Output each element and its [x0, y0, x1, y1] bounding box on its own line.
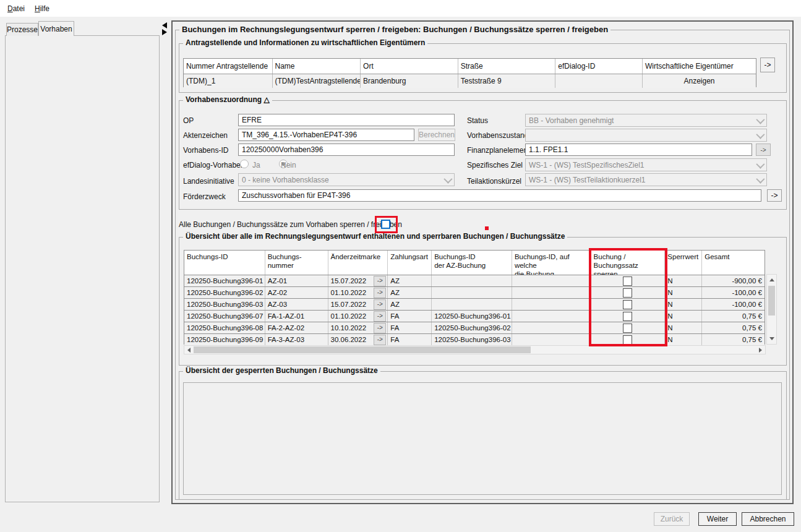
tab-prozesse[interactable]: Prozesse: [6, 23, 38, 36]
date-arrow-button[interactable]: ->: [374, 299, 386, 310]
assignment-group-title: Vorhabenszuordnung △: [183, 95, 272, 104]
table-row[interactable]: 120250-Buchung396-07FA-1-AZ-0101.10.2022…: [184, 311, 765, 322]
table-row[interactable]: 120250-Buchung396-03AZ-0315.07.2022->AZN…: [184, 299, 765, 311]
table-row[interactable]: 120250-Buchung396-02AZ-0201.10.2022->AZN…: [184, 287, 765, 299]
table-row[interactable]: 120250-Buchung396-01AZ-0115.07.2022->AZN…: [184, 275, 765, 287]
splitter-collapse-icon[interactable]: [162, 22, 167, 28]
column-header[interactable]: Buchungs-ID: [184, 251, 265, 275]
date-value: 15.07.2022: [331, 299, 367, 310]
menu-hilfe[interactable]: Hilfe: [30, 2, 54, 15]
date-arrow-button[interactable]: ->: [374, 276, 386, 286]
chevron-down-icon: [756, 174, 765, 183]
vorhabens-id-input[interactable]: 120250000Vorhaben396: [238, 144, 455, 156]
cell-date: 30.06.2022->: [328, 334, 388, 345]
tab-vorhaben[interactable]: Vorhaben: [38, 21, 74, 36]
vertical-scroll-thumb[interactable]: [768, 286, 775, 315]
cell-art: AZ: [388, 299, 432, 310]
cell-az_id: [432, 275, 512, 286]
applicants-row: (TDM)_1 (TDM)TestAntragstellende1 Brande…: [184, 74, 756, 88]
cell-sperrwert: N: [665, 322, 702, 333]
tab-vorhaben-label: Vorhaben: [40, 25, 72, 33]
table-row[interactable]: 120250-Buchung396-08FA-2-AZ-0210.10.2022…: [184, 322, 765, 334]
finanzplanelement-input[interactable]: 1.1. FPE1.1: [525, 144, 752, 156]
cell-gesamt: -100,00 €: [702, 299, 765, 310]
cell-ref_id: [512, 311, 591, 322]
cell-art: FA: [388, 322, 432, 333]
column-header[interactable]: Änderzeitmarke: [328, 251, 388, 275]
vorhabenszustand-select: [525, 129, 767, 142]
chevron-down-icon: [443, 174, 452, 183]
next-button[interactable]: Weiter: [698, 512, 737, 526]
vorhabens-id-label: Vorhabens-ID: [183, 146, 228, 155]
cancel-button[interactable]: Abbrechen: [742, 512, 794, 526]
splitter-expand-icon[interactable]: [162, 29, 167, 35]
cell-id: 120250-Buchung396-09: [184, 334, 265, 345]
date-arrow-button[interactable]: ->: [374, 288, 386, 298]
foerderzweck-arrow-button[interactable]: ->: [767, 189, 782, 202]
cell-date: 01.10.2022->: [328, 311, 388, 322]
scroll-up-icon[interactable]: [769, 278, 774, 281]
foerderzweck-label: Förderzweck: [183, 192, 226, 201]
cell-az_id: 120250-Buchung396-01: [432, 311, 512, 322]
cell-id: 120250-Buchung396-08: [184, 322, 265, 333]
cell-ref_id: [512, 287, 591, 298]
cell-nr: FA-2-AZ-02: [265, 322, 328, 333]
cell-nummer: (TDM)_1: [184, 74, 273, 88]
aktenzeichen-label: Aktenzeichen: [183, 131, 228, 140]
cell-az_id: [432, 299, 512, 310]
applicants-header-row: Nummer Antragstellende Name Ort Straße e…: [184, 59, 756, 74]
spezifisches-ziel-select: WS-1 - (WS) TestSpezifischesZiel1: [525, 158, 767, 171]
date-arrow-button[interactable]: ->: [374, 323, 386, 333]
aktenzeichen-input[interactable]: TM_396_4.15.-VorhabenEP4T-396: [238, 129, 414, 141]
column-header[interactable]: Zahlungsart: [388, 251, 432, 275]
column-header-strasse[interactable]: Straße: [458, 59, 556, 74]
cell-sperrwert: N: [665, 275, 702, 286]
status-field-label: Status: [467, 116, 488, 125]
date-arrow-button[interactable]: ->: [374, 335, 386, 345]
cell-date: 10.10.2022->: [328, 322, 388, 333]
cell-date: 01.10.2022->: [328, 287, 388, 298]
op-input[interactable]: EFRE: [238, 114, 455, 126]
bookings-vertical-scrollbar[interactable]: [766, 274, 777, 345]
date-value: 30.06.2022: [331, 334, 367, 345]
cell-gesamt: -100,00 €: [702, 287, 765, 298]
column-header-ort[interactable]: Ort: [361, 59, 458, 74]
cell-id: 120250-Buchung396-07: [184, 311, 265, 322]
cell-id: 120250-Buchung396-03: [184, 299, 265, 310]
column-header[interactable]: Buchungs-ID der AZ-Buchung: [432, 251, 512, 275]
tab-prozesse-label: Prozesse: [7, 25, 38, 34]
menu-datei[interactable]: Datei: [2, 2, 30, 15]
column-header-efdialog[interactable]: efDialog-ID: [555, 59, 643, 74]
column-header[interactable]: Sperrwert: [665, 251, 702, 275]
column-header[interactable]: Buchungs-ID, auf welche die Buchung refe…: [512, 251, 591, 275]
applicants-detail-arrow-button[interactable]: ->: [760, 58, 775, 72]
scroll-down-icon[interactable]: [769, 337, 774, 340]
bookings-header-row: Buchungs-IDBuchungs- nummerÄnderzeitmark…: [184, 251, 765, 275]
annotation-red-dot: [485, 226, 489, 230]
bookings-group-title: Übersicht über alle im Rechnungslegungse…: [183, 232, 567, 241]
back-button: Zurück: [654, 512, 690, 526]
scroll-left-icon[interactable]: [187, 348, 191, 353]
chevron-down-icon: [756, 130, 765, 139]
application-window: Datei Hilfe Prozesse Vorhaben Suchbegrif…: [0, 0, 801, 532]
menu-bar: Datei Hilfe: [0, 0, 801, 17]
column-header[interactable]: Buchungs- nummer: [265, 251, 328, 275]
table-row[interactable]: 120250-Buchung396-09FA-3-AZ-0330.06.2022…: [184, 334, 765, 346]
column-header-name[interactable]: Name: [273, 59, 361, 74]
scroll-right-icon[interactable]: [759, 348, 762, 353]
cell-gesamt: 0,75 €: [702, 334, 765, 345]
page-title: Buchungen im Rechnungslegungsentwurf spe…: [179, 25, 610, 34]
cell-id: 120250-Buchung396-02: [184, 287, 265, 298]
cell-az_id: 120250-Buchung396-02: [432, 322, 512, 333]
highlight-box-lock-column: [589, 248, 667, 346]
date-value: 01.10.2022: [331, 311, 367, 322]
column-header-eigentuemer[interactable]: Wirtschaftliche Eigentümer: [643, 59, 756, 74]
date-arrow-button[interactable]: ->: [374, 311, 386, 322]
horizontal-scroll-thumb[interactable]: [194, 346, 531, 353]
column-header-nummer[interactable]: Nummer Antragstellende: [184, 59, 273, 74]
anzeigen-button[interactable]: Anzeigen: [643, 74, 756, 88]
foerderzweck-input[interactable]: Zuschussvorhaben für EP4T-396: [238, 189, 761, 202]
bookings-horizontal-scrollbar[interactable]: [184, 345, 766, 354]
locked-overview-empty-area: [183, 382, 782, 495]
column-header[interactable]: Gesamt: [702, 251, 765, 275]
